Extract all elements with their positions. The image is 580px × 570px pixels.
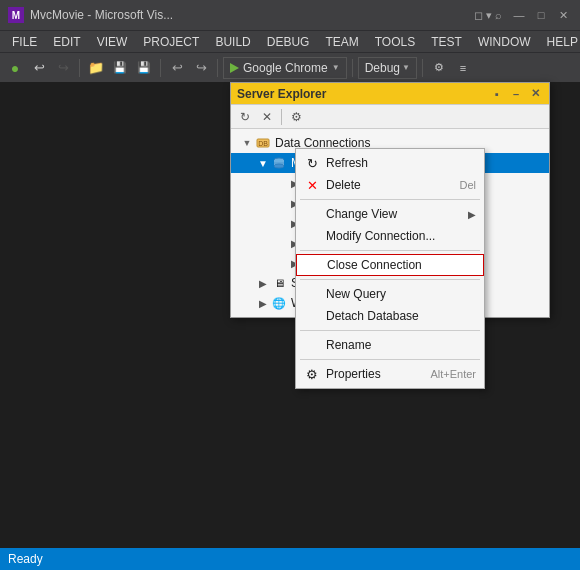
run-label: Google Chrome xyxy=(243,61,328,75)
separator-4 xyxy=(352,59,353,77)
delete-icon: ✕ xyxy=(304,177,320,193)
close-connection-icon xyxy=(305,257,321,273)
ctx-properties[interactable]: ⚙ Properties Alt+Enter xyxy=(296,363,484,385)
toolbar-open[interactable]: 📁 xyxy=(85,57,107,79)
ctx-rename[interactable]: Rename xyxy=(296,334,484,356)
toggle-moviedbcontext[interactable]: ▼ xyxy=(255,155,271,171)
separator-3 xyxy=(217,59,218,77)
separator-1 xyxy=(79,59,80,77)
se-icon: 🖥 xyxy=(271,275,287,291)
new-query-icon xyxy=(304,286,320,302)
se-pin2-button[interactable]: – xyxy=(508,86,524,102)
toggle-se[interactable]: ▶ xyxy=(255,275,271,291)
se-title-controls: ▪ – ✕ xyxy=(489,86,543,102)
se-close-connection-button[interactable]: ✕ xyxy=(257,107,277,127)
se-pin-button[interactable]: ▪ xyxy=(489,86,505,102)
title-bar: M MvcMovie - Microsoft Vis... ◻ ▾ ⌕ — □ … xyxy=(0,0,580,30)
ctx-detach-database[interactable]: Detach Database xyxy=(296,305,484,327)
se-toolbar: ↻ ✕ ⚙ xyxy=(231,105,549,129)
change-view-icon xyxy=(304,206,320,222)
ctx-refresh[interactable]: ↻ Refresh xyxy=(296,152,484,174)
toolbar-back[interactable]: ● xyxy=(4,57,26,79)
toolbar-undo2[interactable]: ↩ xyxy=(166,57,188,79)
menu-project[interactable]: PROJECT xyxy=(135,33,207,51)
run-dropdown-icon: ▼ xyxy=(332,63,340,72)
se-close-button[interactable]: ✕ xyxy=(527,86,543,102)
menu-edit[interactable]: EDIT xyxy=(45,33,88,51)
refresh-icon: ↻ xyxy=(304,155,320,171)
title-toolbar: ◻ ▾ ⌕ xyxy=(474,9,502,22)
toolbar-misc1[interactable]: ⚙ xyxy=(428,57,450,79)
run-button[interactable]: Google Chrome ▼ xyxy=(223,57,347,79)
delete-shortcut: Del xyxy=(459,179,476,191)
toolbar-save[interactable]: 💾 xyxy=(109,57,131,79)
run-triangle-icon xyxy=(230,63,239,73)
moviedbcontext-icon xyxy=(271,155,287,171)
change-view-arrow: ▶ xyxy=(468,209,476,220)
toolbar-save-all[interactable]: 💾 xyxy=(133,57,155,79)
modify-connection-icon xyxy=(304,228,320,244)
detach-database-icon xyxy=(304,308,320,324)
rename-icon xyxy=(304,337,320,353)
window-title: MvcMovie - Microsoft Vis... xyxy=(30,8,474,22)
menu-tools[interactable]: TOOLS xyxy=(367,33,423,51)
ctx-delete[interactable]: ✕ Delete Del xyxy=(296,174,484,196)
se-title-text: Server Explorer xyxy=(237,87,489,101)
properties-shortcut: Alt+Enter xyxy=(430,368,476,380)
debug-label: Debug xyxy=(365,61,400,75)
ctx-new-query[interactable]: New Query xyxy=(296,283,484,305)
ctx-sep-1 xyxy=(300,199,480,200)
menu-build[interactable]: BUILD xyxy=(207,33,258,51)
menu-window[interactable]: WINDOW xyxy=(470,33,539,51)
ctx-change-view[interactable]: Change View ▶ xyxy=(296,203,484,225)
window-controls[interactable]: — □ ✕ xyxy=(510,6,572,24)
toolbar-undo[interactable]: ↩ xyxy=(28,57,50,79)
menu-debug[interactable]: DEBUG xyxy=(259,33,318,51)
toggle-data-connections[interactable]: ▼ xyxy=(239,135,255,151)
ctx-close-connection[interactable]: Close Connection xyxy=(296,254,484,276)
data-connections-icon: DB xyxy=(255,135,271,151)
se-separator xyxy=(281,109,282,125)
menu-file[interactable]: FILE xyxy=(4,33,45,51)
properties-icon: ⚙ xyxy=(304,366,320,382)
toolbar: ● ↩ ↪ 📁 💾 💾 ↩ ↪ Google Chrome ▼ Debug ▼ … xyxy=(0,52,580,82)
menu-team[interactable]: TEAM xyxy=(317,33,366,51)
ctx-sep-3 xyxy=(300,279,480,280)
separator-5 xyxy=(422,59,423,77)
debug-dropdown[interactable]: Debug ▼ xyxy=(358,57,417,79)
menu-test[interactable]: TEST xyxy=(423,33,470,51)
app-icon: M xyxy=(8,7,24,23)
ctx-sep-4 xyxy=(300,330,480,331)
toolbar-redo2[interactable]: ↪ xyxy=(190,57,212,79)
debug-dropdown-icon: ▼ xyxy=(402,63,410,72)
toolbar-redo[interactable]: ↪ xyxy=(52,57,74,79)
minimize-button[interactable]: — xyxy=(510,6,528,24)
svg-text:DB: DB xyxy=(258,140,268,147)
se-properties-button[interactable]: ⚙ xyxy=(286,107,306,127)
maximize-button[interactable]: □ xyxy=(532,6,550,24)
se-refresh-button[interactable]: ↻ xyxy=(235,107,255,127)
context-menu: ↻ Refresh ✕ Delete Del Change View ▶ Mod… xyxy=(295,148,485,389)
close-button[interactable]: ✕ xyxy=(554,6,572,24)
menu-view[interactable]: VIEW xyxy=(89,33,136,51)
menu-help[interactable]: HELP xyxy=(539,33,580,51)
separator-2 xyxy=(160,59,161,77)
toolbar-misc2[interactable]: ≡ xyxy=(452,57,474,79)
ctx-sep-5 xyxy=(300,359,480,360)
se-title-bar: Server Explorer ▪ – ✕ xyxy=(231,83,549,105)
wi-icon: 🌐 xyxy=(271,295,287,311)
ctx-sep-2 xyxy=(300,250,480,251)
ctx-modify-connection[interactable]: Modify Connection... xyxy=(296,225,484,247)
toggle-wi[interactable]: ▶ xyxy=(255,295,271,311)
svg-point-4 xyxy=(274,164,284,168)
menu-bar: FILE EDIT VIEW PROJECT BUILD DEBUG TEAM … xyxy=(0,30,580,52)
status-bar: Ready xyxy=(0,548,580,570)
status-text: Ready xyxy=(8,552,43,566)
